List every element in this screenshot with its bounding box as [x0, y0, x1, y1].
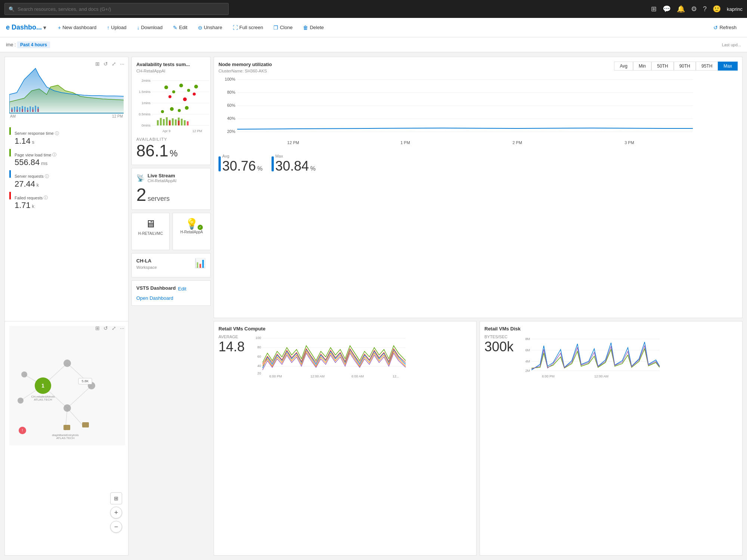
upload-icon: ↑	[107, 25, 109, 31]
stat-max-bar	[272, 156, 274, 171]
availability-card: Availability tests sum... CH-RetailAppAI…	[131, 57, 211, 165]
metric-bar-server-response	[9, 127, 11, 135]
svg-text:6:00 PM: 6:00 PM	[542, 374, 555, 378]
metric-bar-failed-requests	[9, 192, 11, 199]
unshare-button[interactable]: ⊖ Unshare	[193, 22, 227, 33]
server-requests-value: 27.44	[15, 179, 35, 189]
svg-point-83	[21, 371, 27, 377]
tile-h-retailappa[interactable]: 💡 ✓ H-RetailAppA	[173, 213, 211, 250]
topo-expand-icon[interactable]: ⤢	[111, 324, 117, 332]
plus-icon: +	[58, 25, 61, 31]
svg-rect-48	[184, 120, 186, 125]
server-requests-unit: k	[37, 182, 39, 188]
search-bar[interactable]: 🔍	[4, 3, 229, 15]
stat-avg-bar	[218, 156, 221, 171]
topo-refresh-icon[interactable]: ↺	[103, 324, 109, 332]
vsts-title: VSTS Dashboard	[136, 285, 176, 291]
svg-rect-7	[30, 106, 31, 112]
svg-point-81	[63, 404, 71, 412]
svg-rect-3	[19, 107, 21, 112]
retail-compute-title: Retail VMs Compute	[218, 326, 472, 332]
terminal-icon[interactable]: ⊞	[651, 5, 657, 13]
tab-min[interactable]: Min	[633, 62, 651, 71]
svg-point-27	[164, 85, 168, 89]
topology-svg: 1 5.8K CH-retailedAttrols ATLAS.TECH dia…	[9, 326, 125, 445]
svg-rect-40	[160, 118, 162, 125]
server-requests-info-icon[interactable]: ⓘ	[45, 174, 49, 179]
chla-title: CH-LA	[136, 258, 157, 264]
svg-text:0mins: 0mins	[142, 124, 151, 127]
retail-disk-title: Retail VMs Disk	[484, 326, 738, 332]
svg-rect-86	[63, 425, 70, 430]
clone-button[interactable]: ❐ Clone	[269, 22, 297, 33]
feedback-icon[interactable]: 💬	[663, 5, 671, 13]
download-icon: ↓	[137, 25, 139, 31]
failed-requests-info-icon[interactable]: ⓘ	[44, 195, 48, 200]
svg-rect-44	[172, 118, 174, 125]
bell-icon[interactable]: 🔔	[677, 5, 685, 13]
tab-90th[interactable]: 90TH	[674, 62, 696, 71]
svg-text:40%: 40%	[227, 116, 235, 121]
server-response-value: 1.14	[15, 136, 31, 146]
svg-text:1: 1	[41, 383, 44, 389]
page-view-metric: Page view load time ⓘ 556.84 ms	[9, 149, 124, 168]
face-icon[interactable]: 🙂	[713, 5, 721, 13]
svg-point-33	[183, 97, 187, 101]
dashboard-title[interactable]: e Dashbo... ▾	[6, 24, 46, 31]
failed-requests-value: 1.71	[15, 200, 31, 210]
fullscreen-icon: ⛶	[233, 25, 238, 31]
topology-card: ⊞ ↺ ⤢ ··· 1	[4, 321, 128, 556]
svg-text:6:00 PM: 6:00 PM	[269, 374, 282, 378]
zoom-controls: ⊞ + −	[110, 492, 122, 533]
retailvmc-label: H-RETAILVMC	[136, 231, 165, 236]
retail-disk-bytes-label: BYTES/SEC	[484, 335, 514, 339]
svg-rect-9	[35, 106, 36, 112]
zoom-in-button[interactable]: +	[110, 507, 122, 519]
topo-grid-icon[interactable]: ⊞	[94, 324, 100, 332]
search-input[interactable]	[18, 6, 224, 12]
retail-compute-avg-label: AVERAGE	[218, 335, 245, 339]
time-bar: ime : Past 4 hours Last upd...	[0, 37, 747, 52]
tab-avg[interactable]: Avg	[614, 62, 633, 71]
delete-button[interactable]: 🗑 Delete	[298, 22, 328, 33]
svg-text:8M: 8M	[526, 337, 530, 341]
upload-button[interactable]: ↑ Upload	[102, 22, 131, 33]
download-button[interactable]: ↓ Download	[132, 22, 167, 33]
edit-button[interactable]: ✎ Edit	[168, 22, 192, 33]
zoom-layout-button[interactable]: ⊞	[110, 492, 122, 504]
svg-text:100: 100	[255, 336, 261, 340]
refresh-button[interactable]: ↺ Refresh	[709, 22, 741, 33]
tile-h-retailvmc[interactable]: 🖥 H-RETAILVMC	[131, 213, 170, 250]
zoom-out-button[interactable]: −	[110, 521, 122, 533]
vsts-edit-link[interactable]: Edit	[178, 286, 186, 292]
gear-icon[interactable]: ⚙	[691, 5, 697, 13]
svg-rect-51	[187, 121, 189, 125]
availability-unit: %	[170, 148, 177, 158]
svg-text:!: !	[22, 429, 23, 433]
dashboard: ⊞ ↺ ⤢ ···	[0, 52, 747, 560]
help-icon[interactable]: ?	[703, 5, 707, 13]
tab-max[interactable]: Max	[718, 62, 738, 71]
topo-more-icon[interactable]: ···	[119, 324, 125, 332]
svg-text:12...: 12...	[393, 374, 399, 378]
time-filter-value: Past 4 hours	[17, 41, 50, 48]
svg-text:80: 80	[257, 345, 261, 349]
svg-rect-42	[166, 117, 168, 125]
fullscreen-button[interactable]: ⛶ Full screen	[228, 22, 268, 33]
time-filter[interactable]: ime : Past 4 hours	[6, 41, 50, 48]
time-label-12pm: 12 PM	[112, 114, 123, 118]
tab-95th[interactable]: 95TH	[696, 62, 718, 71]
vsts-open-link[interactable]: Open Dashboard	[136, 295, 173, 301]
chevron-down-icon: ▾	[43, 25, 46, 31]
availability-value: 86.1	[136, 141, 168, 160]
tab-50th[interactable]: 50TH	[651, 62, 673, 71]
live-stream-count: 2	[136, 185, 146, 205]
svg-text:ATLAS.TECH: ATLAS.TECH	[56, 436, 75, 440]
server-response-info-icon[interactable]: ⓘ	[55, 131, 59, 136]
new-dashboard-button[interactable]: + New dashboard	[53, 22, 101, 33]
server-response-chart: AM 12 PM	[9, 65, 124, 124]
page-view-info-icon[interactable]: ⓘ	[52, 152, 56, 158]
live-stream-card: 📡 Live Stream CH-RetailAppAI 2 servers	[131, 168, 211, 210]
svg-text:2 PM: 2 PM	[512, 140, 522, 145]
svg-point-35	[161, 110, 164, 113]
